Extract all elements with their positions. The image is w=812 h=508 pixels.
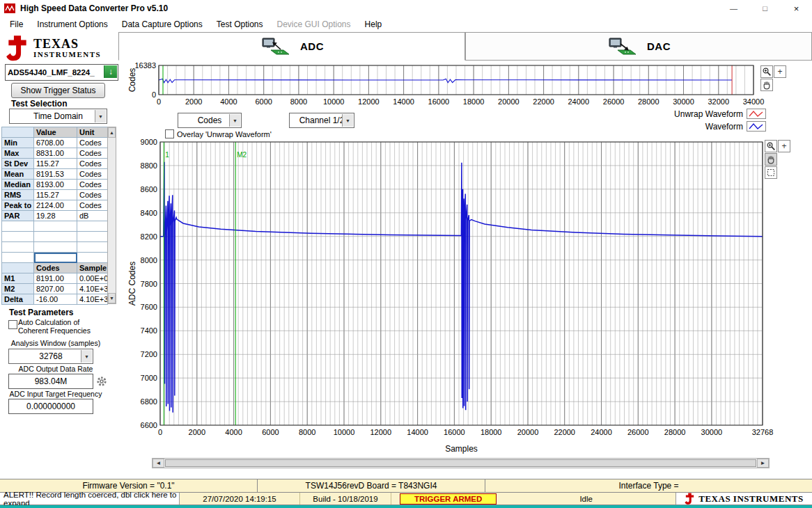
- main-zoom-panel: +: [765, 140, 790, 179]
- adc-output-rate-input[interactable]: 983.04M: [8, 374, 93, 389]
- close-icon[interactable]: ×: [781, 0, 812, 17]
- minimize-icon[interactable]: —: [718, 0, 749, 17]
- show-trigger-status-button[interactable]: Show Trigger Status: [11, 83, 105, 98]
- trigger-armed-badge: TRIGGER ARMED: [400, 493, 497, 505]
- alert-message[interactable]: ALERT!! Record length coerced, dbl click…: [0, 493, 180, 505]
- legend-waveform[interactable]: Waveform: [705, 121, 766, 132]
- ti-logo-header: TEXAS INSTRUMENTS: [6, 35, 101, 61]
- analysis-window-label: Analysis Window (samples): [0, 339, 111, 347]
- main-waveform-chart[interactable]: 0200040006000800010000120001400016000180…: [128, 136, 772, 456]
- device-select-value: ADS54J40_LMF_8224_: [8, 68, 95, 77]
- svg-text:Samples: Samples: [445, 444, 478, 454]
- codes-dropdown[interactable]: Codes ▼: [178, 113, 242, 128]
- svg-text:8400: 8400: [141, 209, 157, 217]
- unwrap-waveform-swatch-icon: [747, 109, 766, 119]
- zoom-in-icon[interactable]: [760, 65, 773, 78]
- pan-hand-icon[interactable]: [760, 79, 773, 91]
- menu-item-device-gui-options: Device GUI Options: [270, 17, 358, 31]
- device-select[interactable]: ADS54J40_LMF_8224_ ↓: [5, 64, 118, 81]
- zoom-plus-icon[interactable]: +: [774, 65, 786, 78]
- overview-chart[interactable]: 0200040006000800010000120001400016000180…: [128, 63, 763, 111]
- svg-text:6600: 6600: [141, 421, 157, 429]
- menu-item-help[interactable]: Help: [358, 17, 389, 31]
- svg-text:7600: 7600: [141, 303, 157, 311]
- svg-text:8000: 8000: [299, 428, 315, 436]
- adc-output-rate-label: ADC Output Data Rate: [0, 365, 111, 373]
- adc-tab-icon: [260, 36, 292, 57]
- scroll-left-icon[interactable]: ◄: [153, 459, 164, 468]
- svg-text:24000: 24000: [591, 428, 612, 436]
- stats-row: RMS115.27Codes: [2, 190, 108, 200]
- scrollbar-thumb[interactable]: [165, 459, 756, 467]
- scroll-right-icon[interactable]: ►: [757, 459, 769, 468]
- test-selection-label: Test Selection: [11, 99, 67, 109]
- svg-text:20000: 20000: [517, 428, 539, 436]
- device-load-button[interactable]: ↓: [104, 65, 117, 78]
- zoom-rect-icon[interactable]: [765, 166, 777, 179]
- svg-text:10000: 10000: [334, 428, 355, 436]
- menu-item-test-options[interactable]: Test Options: [210, 17, 270, 31]
- chart-horizontal-scrollbar[interactable]: ◄ ►: [152, 458, 770, 468]
- svg-text:26000: 26000: [603, 97, 625, 106]
- svg-text:28000: 28000: [638, 97, 659, 106]
- chevron-down-icon[interactable]: ▼: [95, 110, 106, 122]
- svg-text:14000: 14000: [407, 428, 428, 436]
- svg-text:20000: 20000: [498, 97, 520, 106]
- scroll-up-icon[interactable]: ▲: [108, 127, 116, 138]
- svg-text:16383: 16383: [134, 61, 156, 70]
- ti-bug-icon: [6, 35, 29, 61]
- gear-icon[interactable]: [95, 375, 108, 388]
- ti-brand-text: TEXAS INSTRUMENTS: [33, 38, 101, 58]
- brand-line1: TEXAS: [33, 38, 101, 50]
- svg-text:2000: 2000: [189, 428, 205, 436]
- maximize-icon[interactable]: □: [749, 0, 781, 17]
- sidebar: TEXAS INSTRUMENTS ADS54J40_LMF_8224_ ↓ S…: [0, 32, 118, 479]
- svg-text:Codes: Codes: [127, 68, 137, 93]
- auto-calc-checkbox[interactable]: [8, 320, 17, 329]
- stats-table-scrollbar[interactable]: ▲ ▼: [107, 127, 116, 304]
- svg-text:34000: 34000: [743, 97, 765, 106]
- svg-text:4000: 4000: [225, 428, 242, 436]
- stats-row: Mean8191.53Codes: [2, 169, 108, 180]
- stats-row: St Dev115.27Codes: [2, 159, 108, 169]
- svg-text:8200: 8200: [141, 232, 157, 241]
- menu-item-file[interactable]: File: [3, 17, 30, 31]
- scroll-down-icon[interactable]: ▼: [108, 293, 116, 303]
- legend-unwrap-waveform[interactable]: Unwrap Waveform: [674, 109, 766, 119]
- overview-zoom-panel: +: [760, 65, 786, 91]
- app-icon: [4, 3, 15, 13]
- idle-status: Idle: [497, 495, 676, 503]
- chevron-down-icon[interactable]: ▼: [342, 114, 353, 127]
- channel-dropdown[interactable]: Channel 1/2 ▼: [289, 113, 354, 128]
- stats-blank-row: [2, 221, 108, 232]
- zoom-plus-icon[interactable]: +: [778, 140, 790, 152]
- tab-dac[interactable]: DAC: [465, 32, 812, 61]
- svg-text:22000: 22000: [533, 97, 554, 106]
- svg-text:0: 0: [152, 90, 156, 99]
- stats-header-row: ValueUnit: [2, 127, 108, 138]
- svg-text:12000: 12000: [358, 97, 380, 106]
- zoom-in-icon[interactable]: [765, 140, 777, 152]
- test-selection-dropdown[interactable]: Time Domain ▼: [9, 109, 107, 124]
- adc-input-frequency-input[interactable]: 0.000000000: [8, 399, 93, 414]
- svg-text:30000: 30000: [673, 97, 694, 106]
- svg-text:4000: 4000: [220, 97, 237, 106]
- svg-text:24000: 24000: [568, 97, 590, 106]
- window-controls: — □ ×: [718, 0, 812, 17]
- menu-item-data-capture-options[interactable]: Data Capture Options: [115, 17, 210, 31]
- pan-hand-icon[interactable]: [765, 153, 777, 166]
- interface-type-status: Interface Type =: [485, 479, 812, 492]
- tab-adc-label: ADC: [300, 40, 324, 52]
- chevron-down-icon[interactable]: ▼: [81, 350, 92, 363]
- tab-adc[interactable]: ADC: [118, 32, 465, 61]
- chevron-down-icon[interactable]: ▼: [229, 114, 240, 127]
- svg-text:6000: 6000: [262, 428, 279, 436]
- svg-text:8800: 8800: [141, 161, 157, 170]
- stats-table-wrap: ValueUnitMin6708.00CodesMax8831.00CodesS…: [1, 127, 108, 305]
- menu-item-instrument-options[interactable]: Instrument Options: [30, 17, 114, 31]
- tab-dac-label: DAC: [647, 40, 671, 52]
- svg-text:2000: 2000: [185, 97, 202, 106]
- analysis-window-dropdown[interactable]: 32768 ▼: [8, 349, 93, 364]
- bottom-accent-bar: [0, 505, 812, 508]
- adc-input-frequency-label: ADC Input Target Frequency: [0, 390, 111, 398]
